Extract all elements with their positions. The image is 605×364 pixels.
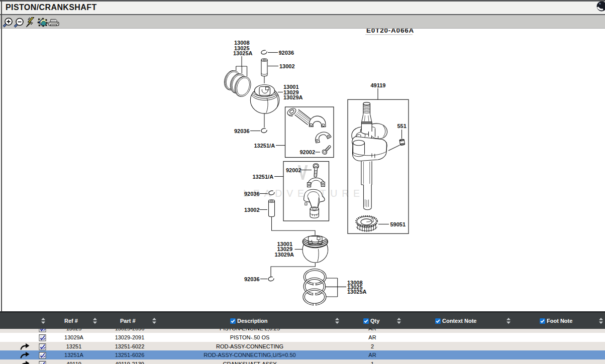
svg-text:13029A: 13029A	[283, 94, 303, 100]
svg-text:13002: 13002	[244, 207, 260, 213]
svg-text:59051: 59051	[390, 221, 406, 227]
svg-text:92036: 92036	[234, 128, 250, 134]
svg-text:92036: 92036	[244, 191, 260, 197]
svg-text:92002: 92002	[286, 167, 301, 173]
svg-text:13025A: 13025A	[233, 50, 253, 56]
svg-text:13025A: 13025A	[347, 289, 367, 295]
svg-text:49119: 49119	[371, 82, 386, 88]
svg-text:13251/A: 13251/A	[253, 174, 274, 180]
svg-text:LEADVENTURE: LEADVENTURE	[243, 188, 364, 199]
svg-text:92036: 92036	[279, 50, 294, 56]
svg-text:92036: 92036	[244, 276, 260, 282]
svg-text:551: 551	[397, 123, 407, 129]
svg-text:13251/A: 13251/A	[254, 143, 275, 149]
svg-text:13029A: 13029A	[275, 252, 294, 258]
svg-text:92002: 92002	[300, 149, 316, 155]
svg-text:13002: 13002	[279, 63, 295, 69]
